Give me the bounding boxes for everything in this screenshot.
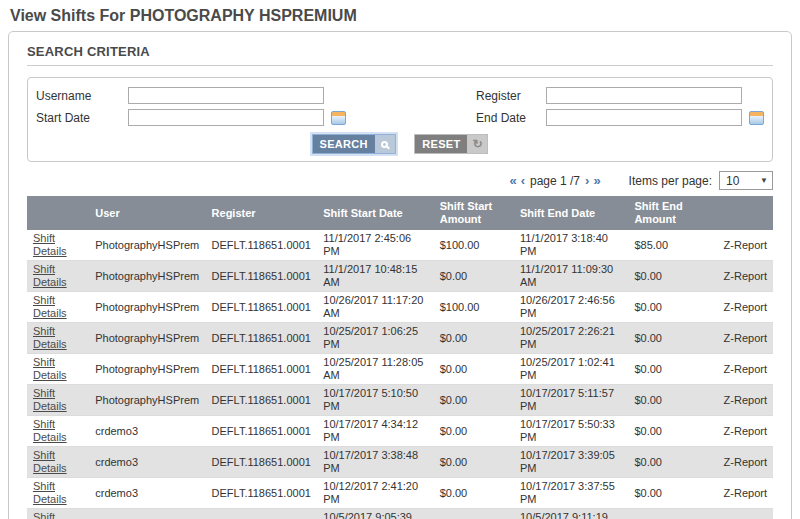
cell-shift-end-amount: $0.00	[628, 323, 714, 354]
cell-shift-end-amount: $0.00	[628, 509, 714, 519]
calendar-icon[interactable]	[331, 111, 346, 125]
table-row: Shift Details PhotographyHSPrem DEFLT.11…	[27, 354, 773, 385]
cell-user: PhotographyHSPrem	[89, 292, 205, 323]
shift-details-link[interactable]: Shift Details	[33, 294, 67, 319]
register-label: Register	[476, 89, 546, 103]
cell-shift-start-date: 10/17/2017 5:10:50 PM	[317, 385, 433, 416]
cell-shift-start-amount: $0.00	[434, 447, 514, 478]
search-button-label: SEARCH	[313, 135, 375, 153]
cell-register: DEFLT.118651.0001	[206, 509, 318, 519]
chevron-down-icon: ▼	[760, 176, 768, 185]
start-date-label: Start Date	[36, 111, 128, 125]
items-per-page-select[interactable]: 10 ▼	[719, 171, 773, 190]
table-header-row: User Register Shift Start Date Shift Sta…	[27, 196, 773, 230]
cell-register: DEFLT.118651.0001	[206, 261, 318, 292]
cell-user: PhotographyHSPrem	[89, 261, 205, 292]
table-row: Shift Details crdemo3 DEFLT.118651.0001 …	[27, 447, 773, 478]
cell-shift-start-date: 10/17/2017 4:34:12 PM	[317, 416, 433, 447]
shift-details-link[interactable]: Shift Details	[33, 480, 67, 505]
search-button[interactable]: SEARCH	[312, 134, 396, 154]
cell-shift-end-amount: $0.00	[628, 478, 714, 509]
table-row: Shift Details crdemo3 DEFLT.118651.0001 …	[27, 416, 773, 447]
search-criteria-heading: SEARCH CRITERIA	[27, 44, 773, 66]
cell-register: DEFLT.118651.0001	[206, 416, 318, 447]
z-report-link[interactable]: Z-Report	[724, 332, 767, 344]
cell-shift-start-amount: $0.00	[434, 261, 514, 292]
cell-shift-start-amount: $0.00	[434, 478, 514, 509]
cell-register: DEFLT.118651.0001	[206, 354, 318, 385]
register-input[interactable]	[546, 87, 742, 104]
cell-shift-end-date: 10/17/2017 3:37:55 PM	[514, 478, 628, 509]
z-report-link[interactable]: Z-Report	[724, 487, 767, 499]
cell-shift-end-date: 11/1/2017 11:09:30 AM	[514, 261, 628, 292]
reset-button-label: RESET	[415, 135, 467, 153]
z-report-link[interactable]: Z-Report	[724, 363, 767, 375]
header-shift-end-amount: Shift End Amount	[628, 196, 714, 230]
cell-shift-start-amount: $100.00	[434, 230, 514, 261]
cell-shift-end-date: 10/17/2017 3:39:05 PM	[514, 447, 628, 478]
cell-shift-end-date: 11/1/2017 3:18:40 PM	[514, 230, 628, 261]
cell-shift-start-date: 10/25/2017 1:06:25 PM	[317, 323, 433, 354]
cell-shift-start-date: 11/1/2017 10:48:15 AM	[317, 261, 433, 292]
search-form: Username Register Start Date End Date SE…	[27, 77, 773, 162]
pager-first-icon[interactable]: «	[507, 174, 518, 187]
start-date-input[interactable]	[128, 109, 324, 126]
z-report-link[interactable]: Z-Report	[724, 239, 767, 251]
calendar-icon[interactable]	[749, 111, 764, 125]
cell-shift-end-amount: $85.00	[628, 230, 714, 261]
shift-details-link[interactable]: Shift Details	[33, 418, 67, 443]
shift-details-link[interactable]: Shift Details	[33, 325, 67, 350]
username-input[interactable]	[128, 87, 324, 104]
table-row: Shift Details crdemo3 DEFLT.118651.0001 …	[27, 509, 773, 519]
cell-shift-end-amount: $0.00	[628, 416, 714, 447]
cell-register: DEFLT.118651.0001	[206, 478, 318, 509]
pager-last-icon[interactable]: »	[591, 174, 602, 187]
reset-button[interactable]: RESET ↻	[414, 134, 488, 154]
end-date-input[interactable]	[546, 109, 742, 126]
header-shift-start-amount: Shift Start Amount	[434, 196, 514, 230]
page-indicator: page 1 /7	[530, 174, 580, 188]
cell-shift-start-amount: $0.00	[434, 509, 514, 519]
shift-details-link[interactable]: Shift Details	[33, 387, 67, 412]
shift-details-link[interactable]: Shift Details	[33, 511, 67, 519]
table-row: Shift Details PhotographyHSPrem DEFLT.11…	[27, 292, 773, 323]
header-register: Register	[206, 196, 318, 230]
cell-shift-end-date: 10/25/2017 1:02:41 PM	[514, 354, 628, 385]
table-row: Shift Details crdemo3 DEFLT.118651.0001 …	[27, 478, 773, 509]
cell-shift-start-amount: $100.00	[434, 292, 514, 323]
table-row: Shift Details PhotographyHSPrem DEFLT.11…	[27, 261, 773, 292]
cell-register: DEFLT.118651.0001	[206, 385, 318, 416]
shift-details-link[interactable]: Shift Details	[33, 263, 67, 288]
pager-next-icon[interactable]: ›	[583, 174, 591, 187]
cell-shift-end-date: 10/17/2017 5:11:57 PM	[514, 385, 628, 416]
shift-details-link[interactable]: Shift Details	[33, 449, 67, 474]
cell-shift-end-amount: $0.00	[628, 292, 714, 323]
cell-shift-start-date: 10/17/2017 3:38:48 PM	[317, 447, 433, 478]
z-report-link[interactable]: Z-Report	[724, 456, 767, 468]
cell-shift-end-amount: $0.00	[628, 261, 714, 292]
cell-shift-start-amount: $0.00	[434, 354, 514, 385]
content-panel: SEARCH CRITERIA Username Register Start …	[8, 31, 792, 519]
pagination-top: « ‹ page 1 /7 › » Items per page: 10 ▼	[27, 171, 773, 190]
items-per-page-label: Items per page:	[629, 174, 712, 188]
shift-details-link[interactable]: Shift Details	[33, 232, 67, 257]
table-row: Shift Details PhotographyHSPrem DEFLT.11…	[27, 323, 773, 354]
cell-shift-end-amount: $0.00	[628, 354, 714, 385]
cell-shift-start-date: 10/25/2017 11:28:05 AM	[317, 354, 433, 385]
items-per-page-value: 10	[726, 174, 739, 188]
z-report-link[interactable]: Z-Report	[724, 394, 767, 406]
shift-details-link[interactable]: Shift Details	[33, 356, 67, 381]
z-report-link[interactable]: Z-Report	[724, 425, 767, 437]
pager-prev-icon[interactable]: ‹	[519, 174, 527, 187]
cell-shift-end-amount: $0.00	[628, 385, 714, 416]
z-report-link[interactable]: Z-Report	[724, 301, 767, 313]
cell-user: crdemo3	[89, 509, 205, 519]
cell-shift-end-date: 10/25/2017 2:26:21 PM	[514, 323, 628, 354]
cell-register: DEFLT.118651.0001	[206, 292, 318, 323]
z-report-link[interactable]: Z-Report	[724, 270, 767, 282]
cell-shift-start-amount: $0.00	[434, 416, 514, 447]
table-row: Shift Details PhotographyHSPrem DEFLT.11…	[27, 385, 773, 416]
end-date-label: End Date	[476, 111, 546, 125]
shifts-table: User Register Shift Start Date Shift Sta…	[27, 196, 773, 519]
cell-user: crdemo3	[89, 447, 205, 478]
